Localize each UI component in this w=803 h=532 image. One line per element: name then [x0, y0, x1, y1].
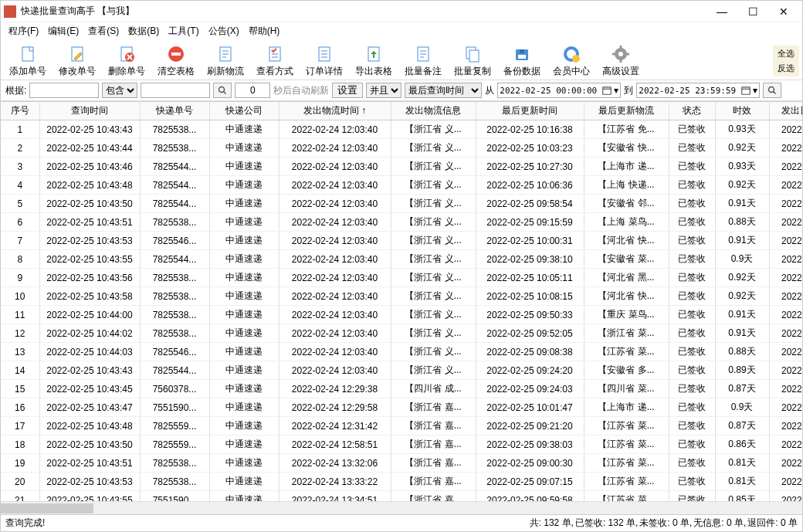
table-cell: 【浙江省 嘉... [391, 417, 476, 435]
filter-contains-select[interactable]: 包含 [102, 83, 137, 98]
filter-value-input[interactable] [141, 83, 210, 98]
table-cell: 【江苏省 菜... [584, 417, 669, 435]
menu-item[interactable]: 数据(B) [124, 23, 164, 39]
menu-item[interactable]: 公告(X) [204, 23, 244, 39]
column-header[interactable]: 最后更新物流 [584, 102, 669, 120]
menu-item[interactable]: 工具(T) [164, 23, 203, 39]
table-cell: 2022-02-25 10:43:48 [39, 176, 140, 195]
toolbar-vip-button[interactable]: 会员中心 [547, 42, 595, 80]
table-row[interactable]: 202022-02-25 10:43:537825538...中通速递2022-… [1, 473, 802, 491]
filter-from-input[interactable] [500, 86, 600, 96]
table-row[interactable]: 182022-02-25 10:43:507825559...中通速递2022-… [1, 435, 802, 454]
toolbar-detail-button[interactable]: 订单详情 [300, 42, 348, 80]
toolbar-edit-button[interactable]: 修改单号 [53, 42, 101, 80]
filter-apply-button[interactable] [763, 83, 781, 98]
status-signed: 已签收: 132 单, [575, 517, 638, 530]
table-row[interactable]: 102022-02-25 10:43:587825538...中通速递2022-… [1, 287, 802, 306]
filter-to-date[interactable]: ▾ [636, 83, 760, 98]
table-row[interactable]: 52022-02-25 10:43:507825544...中通速递2022-0… [1, 195, 802, 213]
maximize-button[interactable]: ☐ [737, 2, 768, 22]
table-row[interactable]: 12022-02-25 10:43:437825538...中通速递2022-0… [1, 120, 802, 139]
table-cell: 21 [1, 491, 39, 502]
column-header[interactable]: 发出物流时间 ↑ [279, 102, 391, 120]
select-all-button[interactable]: 全选 [776, 47, 796, 60]
table-row[interactable]: 112022-02-25 10:44:007825538...中通速递2022-… [1, 306, 802, 324]
table-cell: 已签收 [669, 361, 715, 380]
table-row[interactable]: 152022-02-25 10:43:457560378...中通速递2022-… [1, 380, 802, 398]
calendar-icon [601, 85, 612, 96]
table-row[interactable]: 212022-02-25 10:43:557551590...中通速递2022-… [1, 491, 802, 502]
table-row[interactable]: 122022-02-25 10:44:027825538...中通速递2022-… [1, 324, 802, 343]
column-header[interactable]: 查询时间 [39, 102, 140, 120]
table-row[interactable]: 72022-02-25 10:43:537825546...中通速递2022-0… [1, 232, 802, 250]
column-header[interactable]: 序号 [1, 102, 39, 120]
filter-field-input[interactable] [29, 83, 99, 98]
table-area[interactable]: 序号查询时间快递单号快递公司发出物流时间 ↑发出物流信息最后更新时间最后更新物流… [1, 101, 802, 501]
column-header[interactable]: 快递单号 [140, 102, 209, 120]
table-cell: 7825544... [140, 176, 209, 195]
titlebar: 快递批量查询高手 【与我】 ― ☐ ✕ [1, 1, 802, 22]
table-row[interactable]: 62022-02-25 10:43:517825538...中通速递2022-0… [1, 213, 802, 232]
minimize-button[interactable]: ― [706, 2, 737, 22]
horizontal-scrollbar[interactable] [1, 501, 802, 514]
table-cell: 2022-02-24 12:03:40 [279, 306, 391, 324]
table-cell: 0.91天 [715, 324, 769, 343]
column-header[interactable]: 状态 [669, 102, 715, 120]
table-row[interactable]: 132022-02-25 10:44:037825546...中通速递2022-… [1, 343, 802, 361]
column-header[interactable]: 发出日期 [769, 102, 802, 120]
toolbar-settings-button[interactable]: 高级设置 [597, 42, 645, 80]
table-cell: 7825538... [140, 454, 209, 473]
table-row[interactable]: 92022-02-25 10:43:567825538...中通速递2022-0… [1, 269, 802, 287]
column-header[interactable]: 快递公司 [209, 102, 279, 120]
table-cell: 2022-02-25 10:43:53 [39, 232, 140, 250]
toolbar-copy-button[interactable]: 批量复制 [449, 42, 496, 80]
filter-search-button[interactable] [213, 83, 232, 98]
menu-item[interactable]: 帮助(H) [244, 23, 285, 39]
menu-item[interactable]: 编辑(E) [43, 23, 83, 39]
toolbar-export-button[interactable]: 导出表格 [350, 42, 398, 80]
filter-to-input[interactable] [639, 86, 739, 96]
filter-from-date[interactable]: ▾ [497, 83, 621, 98]
table-row[interactable]: 192022-02-25 10:43:517825538...中通速递2022-… [1, 454, 802, 473]
table-row[interactable]: 172022-02-25 10:43:487825559...中通速递2022-… [1, 417, 802, 435]
toolbar-view-button[interactable]: 查看方式 [251, 42, 299, 80]
filter-count-box[interactable] [235, 83, 270, 98]
table-cell: 2022-02-25 09:38:03 [476, 435, 584, 454]
toolbar-page-button[interactable]: 添加单号 [4, 42, 52, 80]
toolbar-note-button[interactable]: 批量备注 [399, 42, 447, 80]
table-cell: 2022-02-25 09:07:15 [476, 473, 584, 491]
column-header[interactable]: 最后更新时间 [476, 102, 584, 120]
filter-settings-button[interactable]: 设置 [332, 83, 363, 98]
toolbar-delete-page-button[interactable]: 删除单号 [103, 42, 151, 80]
table-row[interactable]: 162022-02-25 10:43:477551590...中通速递2022-… [1, 398, 802, 417]
table-cell: 2022-02-24 13:32:06 [279, 454, 391, 473]
toolbar-label: 刷新物流 [207, 65, 244, 78]
toolbar-backup-button[interactable]: 备份数据 [498, 42, 546, 80]
menu-item[interactable]: 查看(S) [83, 23, 124, 39]
table-row[interactable]: 22022-02-25 10:43:447825538...中通速递2022-0… [1, 139, 802, 158]
table-cell: 2022-02- [769, 380, 802, 398]
table-cell: 2022-02-24 12:03:40 [279, 324, 391, 343]
table-cell: 0.92天 [715, 269, 769, 287]
column-header[interactable]: 时效 [715, 102, 769, 120]
table-cell: 已签收 [669, 250, 715, 269]
table-row[interactable]: 82022-02-25 10:43:557825544...中通速递2022-0… [1, 250, 802, 269]
column-header[interactable]: 发出物流信息 [391, 102, 476, 120]
table-cell: 已签收 [669, 232, 715, 250]
table-cell: 2022-02-25 10:06:36 [476, 176, 584, 195]
table-cell: 2022-02-24 12:03:40 [279, 176, 391, 195]
invert-select-button[interactable]: 反选 [776, 62, 796, 75]
filter-and-select[interactable]: 并且 [366, 83, 402, 98]
toolbar-refresh-button[interactable]: 刷新物流 [202, 42, 249, 80]
close-button[interactable]: ✕ [768, 2, 799, 22]
table-cell: 【江苏省 菜... [584, 343, 669, 361]
table-row[interactable]: 142022-02-25 10:43:437825544...中通速递2022-… [1, 361, 802, 380]
filter-timefield-select[interactable]: 最后查询时间 [405, 83, 482, 98]
menu-item[interactable]: 程序(F) [4, 23, 43, 39]
toolbar-clear-button[interactable]: 清空表格 [152, 42, 200, 80]
table-row[interactable]: 42022-02-25 10:43:487825544...中通速递2022-0… [1, 176, 802, 195]
table-cell: 11 [1, 306, 39, 324]
table-cell: 0.91天 [715, 306, 769, 324]
table-row[interactable]: 32022-02-25 10:43:467825544...中通速递2022-0… [1, 158, 802, 176]
table-cell: 2022-02- [769, 435, 802, 454]
